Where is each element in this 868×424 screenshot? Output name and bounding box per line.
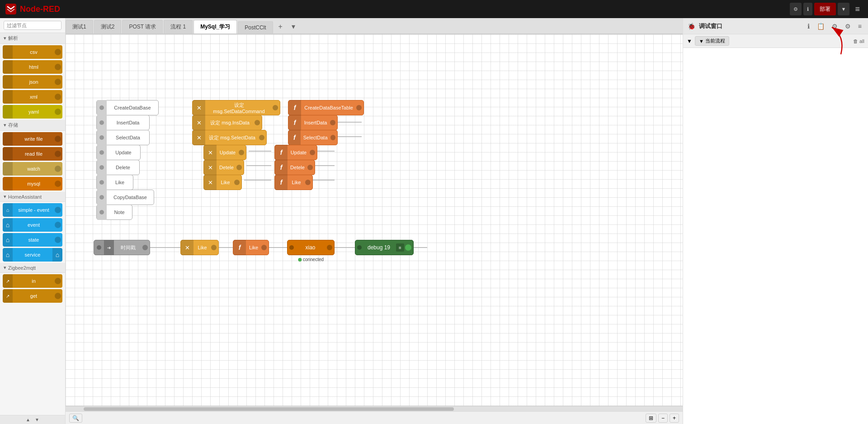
sidebar-content: ▾ 解析 csv html json xml xyxy=(0,33,65,415)
node-update2-label: Update xyxy=(217,150,239,155)
func-update-icon: f xyxy=(275,145,288,160)
state-icon: ⌂ xyxy=(3,233,13,247)
node-change-like[interactable]: ✕ Like xyxy=(180,240,219,255)
section-storage[interactable]: ▾ 存储 xyxy=(0,120,65,131)
node-mysql[interactable]: mysql xyxy=(3,177,62,191)
node-selectdata-comment[interactable]: SelectData xyxy=(96,130,150,145)
sidebar-scroll-down[interactable]: ▼ xyxy=(35,416,39,423)
node-state[interactable]: ⌂ state xyxy=(3,233,62,247)
debug-icon: 🐞 xyxy=(688,23,695,30)
node-yaml-label: yaml xyxy=(13,109,55,114)
tab-flow1[interactable]: 流程 1 xyxy=(164,20,193,33)
right-panel-copy-btn[interactable]: 📋 xyxy=(815,22,826,31)
node-mqtt-xiao[interactable]: xiao connected xyxy=(287,240,335,255)
func-like3-icon: f xyxy=(233,240,246,255)
node-set-createdb[interactable]: ✕ 设定 msg.SetDataCommand xyxy=(192,100,280,115)
node-csv[interactable]: csv xyxy=(3,45,62,59)
node-read-file[interactable]: read file xyxy=(3,147,62,161)
node-insertdata-comment[interactable]: InsertData xyxy=(96,115,150,130)
canvas-container[interactable]: CreateDataBase InsertData SelectData Upd… xyxy=(66,34,683,406)
section-zigbee2mqtt[interactable]: ▾ Zigbee2mqtt xyxy=(0,263,65,273)
topbar-info-btn[interactable]: ℹ xyxy=(803,3,812,15)
func-update-port xyxy=(310,150,315,155)
tab-test2[interactable]: 测试2 xyxy=(94,20,122,33)
func-selectdata-port xyxy=(330,135,335,140)
node-like2[interactable]: ✕ Like xyxy=(203,175,242,190)
node-get[interactable]: ↗ get xyxy=(3,289,62,303)
search-input[interactable] xyxy=(4,21,61,30)
right-panel-settings-btn[interactable]: ⚙ xyxy=(830,22,840,31)
node-detele[interactable]: ✕ Detele xyxy=(203,160,244,175)
chevron-down-icon-4: ▾ xyxy=(4,265,6,271)
topbar-settings-btn[interactable]: ⚙ xyxy=(790,3,802,15)
node-copydatabase-comment-label: CopyDataBase xyxy=(107,195,154,200)
update-port-left xyxy=(97,145,107,160)
node-func-like2[interactable]: f Like xyxy=(274,175,313,190)
deploy-button[interactable]: 部署 xyxy=(814,3,836,15)
node-simple-event[interactable]: ⌂ simple - event xyxy=(3,203,62,217)
sidebar-scroll-up[interactable]: ▲ xyxy=(26,416,30,423)
node-write-file[interactable]: write file xyxy=(3,132,62,146)
node-service[interactable]: ⌂ service ⌂ xyxy=(3,248,62,262)
node-set-insdata[interactable]: ✕ 设定 msg.InsData xyxy=(192,115,262,130)
node-func-like3[interactable]: f Like xyxy=(233,240,269,255)
node-createdb[interactable]: CreateDataBase xyxy=(96,100,159,115)
node-in[interactable]: ↗ in xyxy=(3,274,62,288)
node-func-createdb[interactable]: f CreateDataBaseTable xyxy=(288,100,364,115)
right-panel-expand-btn[interactable]: ⚙ xyxy=(843,22,853,31)
node-note-comment[interactable]: Note xyxy=(96,205,132,220)
node-debug19[interactable]: debug 19 ≡ xyxy=(355,240,414,255)
node-func-update[interactable]: f Update xyxy=(274,145,317,160)
node-watch[interactable]: watch xyxy=(3,162,62,176)
filter-current-flow-button[interactable]: ▼ 当前流程 xyxy=(695,36,729,46)
service-icon-right: ⌂ xyxy=(52,248,62,262)
topbar-left: Node-RED xyxy=(5,3,60,15)
node-json[interactable]: json xyxy=(3,75,62,89)
node-update2[interactable]: ✕ Update xyxy=(203,145,246,160)
zoom-out-button[interactable]: − xyxy=(658,414,668,423)
tab-postcclt[interactable]: PostCClt xyxy=(238,21,273,33)
inject-timer-arrow: ➔ xyxy=(104,240,114,255)
tab-mysql[interactable]: MySql_学习 xyxy=(193,20,237,33)
node-inject-timer[interactable]: ➔ 时间戳 xyxy=(94,240,150,255)
right-panel-close-btn[interactable]: ≡ xyxy=(856,22,863,31)
read-file-port xyxy=(55,151,61,157)
section-parse[interactable]: ▾ 解析 xyxy=(0,33,65,44)
tab-post[interactable]: POST 请求 xyxy=(122,20,163,33)
node-yaml[interactable]: yaml xyxy=(3,105,62,119)
zoom-in-button[interactable]: + xyxy=(670,414,679,423)
node-event-label: event xyxy=(13,222,55,228)
clear-debug-button[interactable]: 🗑 all xyxy=(853,38,864,44)
node-watch-label: watch xyxy=(13,166,55,172)
node-xml[interactable]: xml xyxy=(3,90,62,104)
topbar-dropdown-btn[interactable]: ▼ xyxy=(838,3,850,15)
node-func-selectdata[interactable]: f SelectData xyxy=(288,130,338,145)
tabs-bar: 测试1 测试2 POST 请求 流程 1 MySql_学习 PostCClt +… xyxy=(66,18,683,34)
set-insdata-icon: ✕ xyxy=(193,115,205,130)
hamburger-menu-button[interactable]: ≡ xyxy=(851,3,863,16)
canvas-hscroll[interactable] xyxy=(66,406,683,411)
node-html[interactable]: html xyxy=(3,60,62,74)
node-copydatabase-comment[interactable]: CopyDataBase xyxy=(96,190,154,205)
set-insdata-port xyxy=(255,120,260,125)
node-update-comment[interactable]: Update xyxy=(96,145,141,160)
xml-port xyxy=(55,94,61,100)
node-delete-comment[interactable]: Delete xyxy=(96,160,140,175)
node-event[interactable]: ⌂ event xyxy=(3,218,62,232)
node-func-detele[interactable]: f Detele xyxy=(274,160,315,175)
note-port-left xyxy=(97,205,107,220)
section-homeassistant[interactable]: ▾ HomeAssistant xyxy=(0,192,65,202)
node-state-label: state xyxy=(13,237,55,243)
tab-test1[interactable]: 测试1 xyxy=(66,20,93,33)
node-func-insdata[interactable]: f InsertData xyxy=(288,115,338,130)
node-like-comment[interactable]: Like xyxy=(96,175,133,190)
tabs-overflow-button[interactable]: ▾ xyxy=(287,19,300,33)
zoom-fit-button[interactable]: ⊞ xyxy=(646,414,656,423)
set-createdb-icon: ✕ xyxy=(193,100,205,115)
right-panel-info-btn[interactable]: ℹ xyxy=(806,22,811,31)
add-tab-button[interactable]: + xyxy=(274,20,287,33)
json-icon xyxy=(3,75,13,89)
search-canvas-button[interactable]: 🔍 xyxy=(69,414,82,423)
set-selectdata-port xyxy=(259,135,264,140)
node-set-selectdata[interactable]: ✕ 设定 msg.SelectData xyxy=(192,130,267,145)
